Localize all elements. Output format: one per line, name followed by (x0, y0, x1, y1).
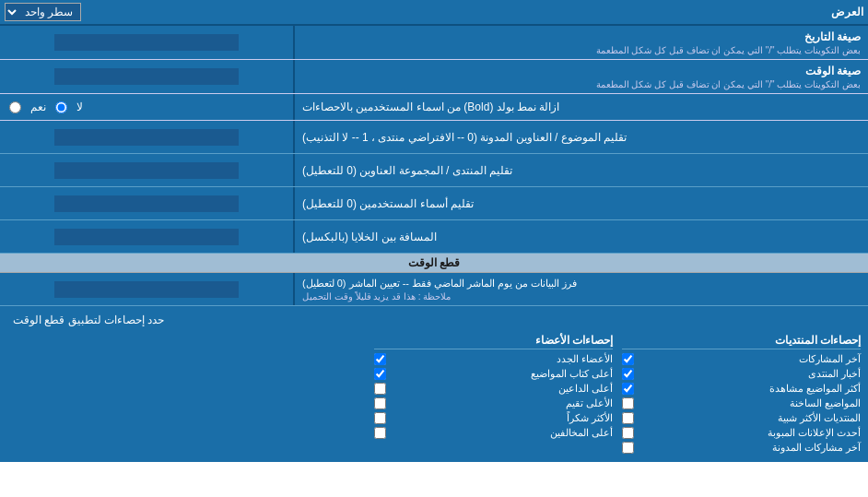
forum-members-input[interactable]: 33 (54, 162, 239, 179)
posts-stat-label-5: أحدث الإعلانات المبوبة (638, 427, 861, 439)
time-format-input[interactable]: H:i (54, 68, 239, 85)
date-format-label-cell: صيغة التاريخ بعض التكوينات يتطلب "/" الت… (295, 26, 868, 59)
forum-topics-input-cell: 33 (0, 121, 295, 153)
members-stat-item-3: الأعلى تقيم (374, 397, 613, 409)
user-names-row: تقليم أسماء المستخدمين (0 للتعطيل) 0 (0, 187, 868, 220)
display-select[interactable]: سطر واحد سطران ثلاثة أسطر (5, 3, 81, 21)
members-stat-check-5[interactable] (374, 427, 386, 439)
posts-stat-item-5: أحدث الإعلانات المبوبة (622, 427, 861, 439)
time-format-label-cell: صيغة الوقت بعض التكوينات يتطلب "/" التي … (295, 60, 868, 93)
posts-stat-item-6: آخر مشاركات المدونة (622, 442, 861, 454)
members-stat-check-2[interactable] (374, 383, 386, 395)
posts-stat-check-3[interactable] (622, 397, 634, 409)
cut-time-input[interactable]: 0 (54, 281, 239, 298)
date-format-main-label: صيغة التاريخ (302, 30, 861, 43)
members-stat-check-1[interactable] (374, 368, 386, 380)
posts-stat-label-2: أكثر المواضيع مشاهدة (638, 383, 861, 395)
members-stat-check-4[interactable] (374, 412, 386, 424)
posts-stat-label-0: آخر المشاركات (638, 353, 861, 365)
bold-yes-label: نعم (30, 101, 46, 113)
cell-gap-input-cell: 2 (0, 220, 295, 253)
posts-stat-check-1[interactable] (622, 368, 634, 380)
posts-stat-item-2: أكثر المواضيع مشاهدة (622, 383, 861, 395)
members-stat-item-5: أعلى المخالفين (374, 427, 613, 439)
cut-time-label-cell: فرز البيانات من يوم الماشر الماضي فقط --… (295, 273, 868, 305)
date-format-input[interactable]: d-m (54, 34, 239, 51)
members-stat-label-5: أعلى المخالفين (390, 427, 613, 439)
posts-stat-check-5[interactable] (622, 427, 634, 439)
members-stat-label-0: الأعضاء الجدد (390, 353, 613, 365)
posts-stat-item-0: آخر المشاركات (622, 353, 861, 365)
bold-remove-label: ازالة نمط بولد (Bold) من اسماء المستخدمي… (302, 101, 559, 113)
members-stat-check-0[interactable] (374, 353, 386, 365)
posts-stat-label-3: المواضيع الساخنة (638, 397, 861, 409)
forum-topics-input[interactable]: 33 (54, 129, 239, 146)
cut-time-input-cell: 0 (0, 273, 295, 305)
members-stat-item-0: الأعضاء الجدد (374, 353, 613, 365)
posts-stat-label-1: أخبار المنتدى (638, 368, 861, 380)
time-format-row: صيغة الوقت بعض التكوينات يتطلب "/" التي … (0, 60, 868, 94)
date-format-row: صيغة التاريخ بعض التكوينات يتطلب "/" الت… (0, 26, 868, 60)
user-names-input[interactable]: 0 (54, 195, 239, 212)
time-format-sub-label: بعض التكوينات يتطلب "/" التي يمكن ان تضا… (302, 79, 861, 89)
forum-topics-label: تقليم الموضوع / العناوين المدونة (0 -- ا… (295, 121, 868, 153)
bold-remove-options-cell: لا نعم (0, 94, 295, 120)
posts-stat-item-4: المنتديات الأكثر شبية (622, 412, 861, 424)
bold-remove-label-cell: ازالة نمط بولد (Bold) من اسماء المستخدمي… (295, 94, 868, 120)
time-format-input-cell: H:i (0, 60, 295, 93)
bold-remove-row: ازالة نمط بولد (Bold) من اسماء المستخدمي… (0, 94, 868, 121)
posts-stats-header: إحصاءات المنتديات (622, 334, 861, 349)
forum-members-input-cell: 33 (0, 154, 295, 186)
members-stats-col: إحصاءات الأعضاء الأعضاء الجدد أعلى كتاب … (374, 334, 613, 456)
members-stat-label-2: أعلى الداعين (390, 383, 613, 395)
bold-no-radio[interactable] (55, 101, 67, 113)
date-format-sub-label: بعض التكوينات يتطلب "/" التي يمكن ان تضا… (302, 45, 861, 55)
bottom-stats-grid: إحصاءات المنتديات آخر المشاركات أخبار ال… (7, 334, 861, 456)
cell-gap-row: المسافة بين الخلايا (بالبكسل) 2 (0, 220, 868, 254)
members-stat-item-4: الأكثر شكراً (374, 412, 613, 424)
members-stat-check-3[interactable] (374, 397, 386, 409)
cell-gap-label: المسافة بين الخلايا (بالبكسل) (295, 220, 868, 253)
cell-gap-input[interactable]: 2 (54, 229, 239, 245)
members-stat-item-1: أعلى كتاب المواضيع (374, 368, 613, 380)
posts-stat-check-4[interactable] (622, 412, 634, 424)
forum-members-row: تقليم المنتدى / المجموعة العناوين (0 للت… (0, 154, 868, 187)
posts-stats-col: إحصاءات المنتديات آخر المشاركات أخبار ال… (622, 334, 861, 456)
members-stats-header: إحصاءات الأعضاء (374, 334, 613, 349)
members-stat-label-4: الأكثر شكراً (390, 412, 613, 424)
members-stat-label-1: أعلى كتاب المواضيع (390, 368, 613, 380)
header-label: العرض (81, 6, 863, 18)
stats-apply-spacer (7, 334, 365, 456)
members-stat-item-2: أعلى الداعين (374, 383, 613, 395)
forum-members-label: تقليم المنتدى / المجموعة العناوين (0 للت… (295, 154, 868, 186)
apply-row: حدد إحصاءات لتطبيق قطع الوقت (7, 312, 861, 328)
bottom-stats-area: حدد إحصاءات لتطبيق قطع الوقت إحصاءات الم… (0, 306, 868, 462)
posts-stat-label-4: المنتديات الأكثر شبية (638, 412, 861, 424)
header-row: العرض سطر واحد سطران ثلاثة أسطر (0, 0, 868, 24)
bold-no-label: لا (76, 101, 83, 113)
posts-stat-label-6: آخر مشاركات المدونة (638, 442, 861, 454)
time-format-main-label: صيغة الوقت (302, 65, 861, 77)
forum-topics-row: تقليم الموضوع / العناوين المدونة (0 -- ا… (0, 121, 868, 154)
posts-stat-check-6[interactable] (622, 442, 634, 454)
cut-time-section-header: قطع الوقت (0, 254, 868, 273)
bold-yes-radio[interactable] (9, 101, 21, 113)
date-format-input-cell: d-m (0, 26, 295, 59)
user-names-label: تقليم أسماء المستخدمين (0 للتعطيل) (295, 187, 868, 219)
members-stat-label-3: الأعلى تقيم (390, 397, 613, 409)
cut-time-row: فرز البيانات من يوم الماشر الماضي فقط --… (0, 273, 868, 306)
posts-stat-check-0[interactable] (622, 353, 634, 365)
user-names-input-cell: 0 (0, 187, 295, 219)
main-container: العرض سطر واحد سطران ثلاثة أسطر صيغة الت… (0, 0, 868, 462)
posts-stat-check-2[interactable] (622, 383, 634, 395)
posts-stat-item-1: أخبار المنتدى (622, 368, 861, 380)
posts-stat-item-3: المواضيع الساخنة (622, 397, 861, 409)
apply-label: حدد إحصاءات لتطبيق قطع الوقت (7, 312, 170, 328)
